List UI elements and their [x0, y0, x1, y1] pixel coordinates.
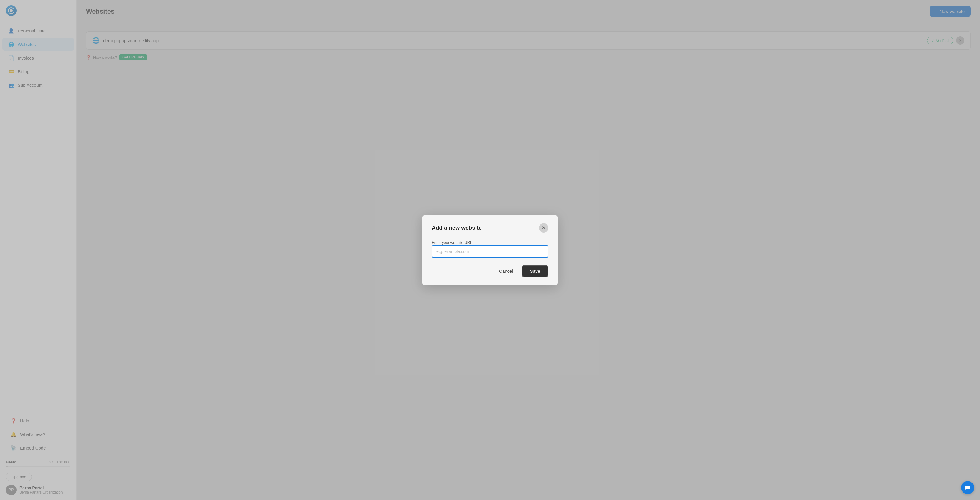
- modal-title: Add a new website: [432, 225, 482, 231]
- modal-header: Add a new website ✕: [432, 223, 548, 233]
- save-button[interactable]: Save: [522, 265, 548, 277]
- modal-footer: Cancel Save: [432, 265, 548, 277]
- website-url-input[interactable]: [432, 245, 548, 258]
- modal-dialog: Add a new website ✕ Enter your website U…: [422, 215, 558, 286]
- chat-bubble-button[interactable]: [961, 481, 974, 494]
- url-input-label: Enter your website URL: [432, 240, 472, 245]
- cancel-button[interactable]: Cancel: [494, 265, 518, 277]
- modal-overlay[interactable]: Add a new website ✕ Enter your website U…: [0, 0, 980, 500]
- modal-close-button[interactable]: ✕: [539, 223, 548, 233]
